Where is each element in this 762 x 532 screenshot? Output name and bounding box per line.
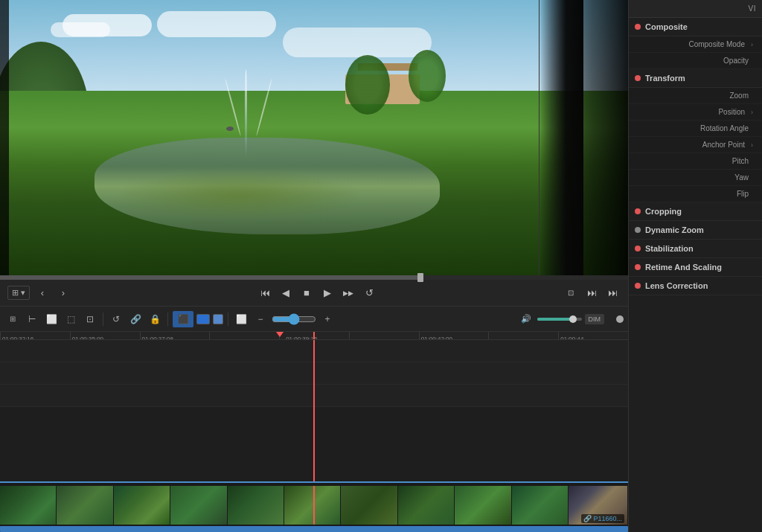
anchor-point-label: Anchor Point <box>642 141 749 149</box>
link-button[interactable]: 🔗 <box>127 311 144 327</box>
flag-button[interactable]: ⬜ <box>233 311 249 327</box>
opacity-row[interactable]: Opacity <box>629 53 762 69</box>
skip-forward-button[interactable]: ⏭ <box>583 285 600 301</box>
volume-fill <box>537 318 573 321</box>
pitch-label: Pitch <box>642 157 753 165</box>
ripple-button[interactable]: ⊞ <box>4 311 21 327</box>
retime-title: Retime And Scaling <box>645 263 722 272</box>
volume-knob <box>569 315 577 323</box>
next-edit-button[interactable]: › <box>55 285 71 301</box>
playhead-indicator <box>276 332 284 337</box>
cloud4 <box>283 28 432 57</box>
track-v1 <box>0 362 628 385</box>
lens-correction-dot <box>635 283 641 289</box>
cloud2 <box>51 22 110 37</box>
timeline-tracks[interactable] <box>0 340 628 481</box>
next-frame-button[interactable]: ▶▶ <box>340 285 356 301</box>
zoom-out-btn[interactable]: − <box>252 311 269 327</box>
more-options-btn[interactable] <box>616 315 624 323</box>
ruler-marks: 01:00:32:16 01:00:35:00 01:00:37:08 01:0… <box>0 332 628 339</box>
play-button[interactable]: ▶ <box>319 285 336 301</box>
select-tool[interactable]: ⬛ <box>173 311 193 327</box>
composite-title: Composite <box>645 22 688 31</box>
clip-frame-7[interactable] <box>341 486 397 525</box>
panel-tab-bar: VI <box>629 0 762 18</box>
clip-frame-10[interactable] <box>512 486 569 525</box>
composite-section-header[interactable]: Composite <box>629 18 762 36</box>
ruler-mark-4: 01:00:39:16 <box>279 332 349 339</box>
anchor-expand: › <box>751 141 753 149</box>
fullscreen-button[interactable]: ⊡ <box>563 285 579 301</box>
zoom-row[interactable]: Zoom <box>629 88 762 104</box>
ruler-mark-5 <box>349 332 419 339</box>
clip-frame-last[interactable]: 🔗 P11660... <box>569 486 628 525</box>
view-dropdown-icon: ▾ <box>21 288 25 298</box>
stabilization-section-header[interactable]: Stabilization <box>629 240 762 258</box>
dynamic-zoom-title: Dynamic Zoom <box>645 225 704 234</box>
rotation-row[interactable]: Rotation Angle <box>629 121 762 137</box>
pitch-row[interactable]: Pitch <box>629 153 762 170</box>
lens-correction-section-header[interactable]: Lens Correction <box>629 277 762 295</box>
blade-button[interactable]: ⬜ <box>43 311 60 327</box>
color-swatch-blue[interactable] <box>196 314 210 324</box>
timeline-scroll-bar[interactable] <box>0 526 628 532</box>
loop-button[interactable]: ↺ <box>361 285 377 301</box>
volume-icon-btn[interactable]: 🔊 <box>518 311 534 327</box>
view-icon: ⊞ <box>12 288 19 298</box>
toolbar-separator-2 <box>167 313 168 326</box>
prev-frame-button[interactable]: ◀ <box>278 285 294 301</box>
cropping-section-header[interactable]: Cropping <box>629 202 762 221</box>
trim-button[interactable]: ⊢ <box>24 311 40 327</box>
clip-strip-playhead <box>313 486 315 525</box>
prev-edit-button[interactable]: ‹ <box>34 285 51 301</box>
zoom-slider[interactable] <box>272 313 316 325</box>
clip-button[interactable]: ⬚ <box>63 311 79 327</box>
clip-frame-4[interactable] <box>170 486 227 525</box>
ruler-mark-0: 01:00:32:16 <box>0 332 70 339</box>
position-label: Position <box>642 108 749 116</box>
composite-dot <box>635 24 641 30</box>
transform-tool[interactable]: ⊡ <box>82 311 98 327</box>
go-to-start-button[interactable]: ⏮ <box>257 285 273 301</box>
track-a1 <box>0 385 628 407</box>
ruler-mark-8: 01:00:44 <box>558 332 628 339</box>
clip-label: 🔗 P11660... <box>581 514 624 523</box>
tracks-empty <box>0 407 628 481</box>
clip-frame-9[interactable] <box>455 486 511 525</box>
composite-mode-label: Composite Mode <box>642 40 749 48</box>
track-v2 <box>0 340 628 362</box>
flip-row[interactable]: Flip <box>629 186 762 202</box>
position-row[interactable]: Position › <box>629 104 762 121</box>
composite-properties: Composite Mode › Opacity <box>629 36 762 69</box>
clip-frame-2[interactable] <box>57 486 113 525</box>
retime-section-header[interactable]: Retime And Scaling <box>629 258 762 277</box>
clip-frame-3[interactable] <box>114 486 170 525</box>
progress-bar[interactable] <box>0 275 628 280</box>
stop-button[interactable]: ■ <box>298 285 315 301</box>
clip-frame-5[interactable] <box>228 486 284 525</box>
lily-pads <box>113 170 365 220</box>
dynamic-zoom-section-header[interactable]: Dynamic Zoom <box>629 221 762 240</box>
lock-button[interactable]: 🔒 <box>147 311 163 327</box>
anchor-point-row[interactable]: Anchor Point › <box>629 137 762 153</box>
undo-button[interactable]: ↺ <box>108 311 124 327</box>
zoom-in-btn[interactable]: + <box>319 311 336 327</box>
left-border-dark <box>0 0 9 275</box>
color-swatch-light[interactable] <box>213 314 223 324</box>
tree-right2 <box>409 50 446 102</box>
timeline-area: 01:00:32:16 01:00:35:00 01:00:37:08 01:0… <box>0 332 628 532</box>
cropping-dot <box>635 208 641 214</box>
skip-end-button[interactable]: ⏭ <box>604 285 621 301</box>
lens-correction-title: Lens Correction <box>645 281 708 290</box>
view-mode-button[interactable]: ⊞ ▾ <box>7 286 30 300</box>
clip-frame-8[interactable] <box>398 486 455 525</box>
clip-frame-1[interactable] <box>0 486 57 525</box>
timeline-toolbar: ⊞ ⊢ ⬜ ⬚ ⊡ ↺ 🔗 🔒 ⬛ ⬜ − + 🔊 DIM <box>0 307 628 332</box>
stabilization-title: Stabilization <box>645 244 694 253</box>
volume-slider[interactable] <box>537 318 582 321</box>
composite-mode-row[interactable]: Composite Mode › <box>629 36 762 53</box>
transform-section-header[interactable]: Transform <box>629 69 762 88</box>
timeline-ruler: 01:00:32:16 01:00:35:00 01:00:37:08 01:0… <box>0 332 628 340</box>
dim-button[interactable]: DIM <box>585 314 605 324</box>
yaw-row[interactable]: Yaw <box>629 170 762 186</box>
